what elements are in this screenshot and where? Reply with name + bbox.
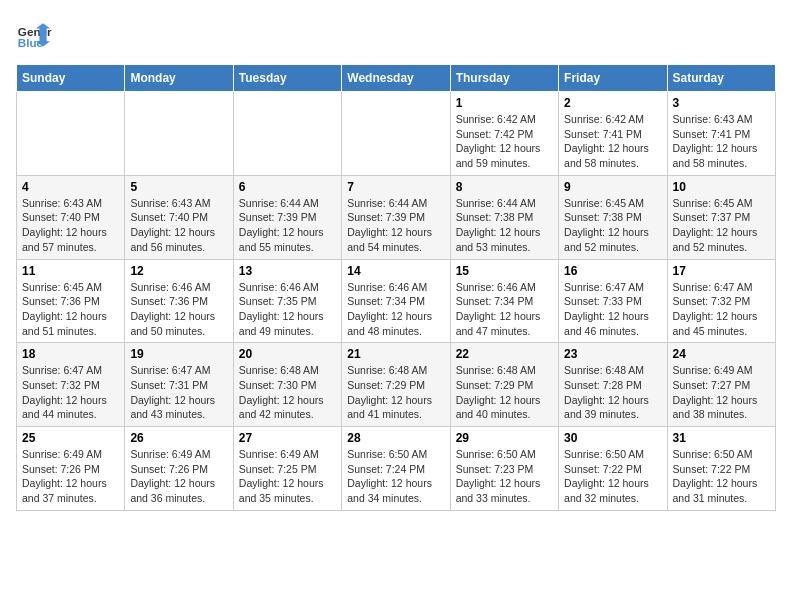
day-info: Sunrise: 6:47 AM Sunset: 7:32 PM Dayligh… <box>22 363 119 422</box>
day-number: 30 <box>564 431 661 445</box>
weekday-header-wednesday: Wednesday <box>342 65 450 92</box>
day-number: 12 <box>130 264 227 278</box>
day-number: 17 <box>673 264 770 278</box>
day-number: 5 <box>130 180 227 194</box>
day-info: Sunrise: 6:47 AM Sunset: 7:33 PM Dayligh… <box>564 280 661 339</box>
calendar-cell: 19Sunrise: 6:47 AM Sunset: 7:31 PM Dayli… <box>125 343 233 427</box>
day-number: 4 <box>22 180 119 194</box>
day-info: Sunrise: 6:48 AM Sunset: 7:28 PM Dayligh… <box>564 363 661 422</box>
calendar-cell: 29Sunrise: 6:50 AM Sunset: 7:23 PM Dayli… <box>450 427 558 511</box>
day-info: Sunrise: 6:46 AM Sunset: 7:34 PM Dayligh… <box>456 280 553 339</box>
calendar-cell: 31Sunrise: 6:50 AM Sunset: 7:22 PM Dayli… <box>667 427 775 511</box>
day-number: 11 <box>22 264 119 278</box>
calendar-week-4: 18Sunrise: 6:47 AM Sunset: 7:32 PM Dayli… <box>17 343 776 427</box>
calendar-cell: 1Sunrise: 6:42 AM Sunset: 7:42 PM Daylig… <box>450 92 558 176</box>
calendar-cell: 13Sunrise: 6:46 AM Sunset: 7:35 PM Dayli… <box>233 259 341 343</box>
weekday-header-tuesday: Tuesday <box>233 65 341 92</box>
calendar-cell <box>233 92 341 176</box>
calendar-cell: 5Sunrise: 6:43 AM Sunset: 7:40 PM Daylig… <box>125 175 233 259</box>
day-number: 2 <box>564 96 661 110</box>
day-number: 10 <box>673 180 770 194</box>
calendar-cell: 7Sunrise: 6:44 AM Sunset: 7:39 PM Daylig… <box>342 175 450 259</box>
day-number: 31 <box>673 431 770 445</box>
day-number: 20 <box>239 347 336 361</box>
day-number: 18 <box>22 347 119 361</box>
weekday-header-thursday: Thursday <box>450 65 558 92</box>
day-info: Sunrise: 6:46 AM Sunset: 7:36 PM Dayligh… <box>130 280 227 339</box>
day-info: Sunrise: 6:45 AM Sunset: 7:37 PM Dayligh… <box>673 196 770 255</box>
day-number: 15 <box>456 264 553 278</box>
day-info: Sunrise: 6:44 AM Sunset: 7:38 PM Dayligh… <box>456 196 553 255</box>
calendar-cell <box>342 92 450 176</box>
day-info: Sunrise: 6:49 AM Sunset: 7:26 PM Dayligh… <box>22 447 119 506</box>
day-info: Sunrise: 6:46 AM Sunset: 7:34 PM Dayligh… <box>347 280 444 339</box>
day-info: Sunrise: 6:44 AM Sunset: 7:39 PM Dayligh… <box>239 196 336 255</box>
day-number: 8 <box>456 180 553 194</box>
day-number: 28 <box>347 431 444 445</box>
calendar-cell: 15Sunrise: 6:46 AM Sunset: 7:34 PM Dayli… <box>450 259 558 343</box>
calendar-cell: 9Sunrise: 6:45 AM Sunset: 7:38 PM Daylig… <box>559 175 667 259</box>
calendar-cell: 27Sunrise: 6:49 AM Sunset: 7:25 PM Dayli… <box>233 427 341 511</box>
page-header: General Blue <box>16 16 776 52</box>
day-info: Sunrise: 6:48 AM Sunset: 7:29 PM Dayligh… <box>347 363 444 422</box>
calendar-cell: 4Sunrise: 6:43 AM Sunset: 7:40 PM Daylig… <box>17 175 125 259</box>
day-number: 13 <box>239 264 336 278</box>
day-info: Sunrise: 6:50 AM Sunset: 7:23 PM Dayligh… <box>456 447 553 506</box>
day-info: Sunrise: 6:49 AM Sunset: 7:26 PM Dayligh… <box>130 447 227 506</box>
logo-icon: General Blue <box>16 16 52 52</box>
day-info: Sunrise: 6:43 AM Sunset: 7:41 PM Dayligh… <box>673 112 770 171</box>
calendar-week-5: 25Sunrise: 6:49 AM Sunset: 7:26 PM Dayli… <box>17 427 776 511</box>
day-number: 19 <box>130 347 227 361</box>
weekday-header-sunday: Sunday <box>17 65 125 92</box>
day-number: 23 <box>564 347 661 361</box>
calendar-cell: 22Sunrise: 6:48 AM Sunset: 7:29 PM Dayli… <box>450 343 558 427</box>
day-info: Sunrise: 6:42 AM Sunset: 7:42 PM Dayligh… <box>456 112 553 171</box>
logo: General Blue <box>16 16 52 52</box>
day-info: Sunrise: 6:47 AM Sunset: 7:32 PM Dayligh… <box>673 280 770 339</box>
day-number: 25 <box>22 431 119 445</box>
calendar-cell: 28Sunrise: 6:50 AM Sunset: 7:24 PM Dayli… <box>342 427 450 511</box>
day-number: 9 <box>564 180 661 194</box>
calendar-cell: 30Sunrise: 6:50 AM Sunset: 7:22 PM Dayli… <box>559 427 667 511</box>
calendar-cell: 18Sunrise: 6:47 AM Sunset: 7:32 PM Dayli… <box>17 343 125 427</box>
day-number: 27 <box>239 431 336 445</box>
day-info: Sunrise: 6:42 AM Sunset: 7:41 PM Dayligh… <box>564 112 661 171</box>
calendar-cell: 16Sunrise: 6:47 AM Sunset: 7:33 PM Dayli… <box>559 259 667 343</box>
calendar-cell: 11Sunrise: 6:45 AM Sunset: 7:36 PM Dayli… <box>17 259 125 343</box>
day-number: 7 <box>347 180 444 194</box>
calendar-cell: 17Sunrise: 6:47 AM Sunset: 7:32 PM Dayli… <box>667 259 775 343</box>
calendar-cell: 2Sunrise: 6:42 AM Sunset: 7:41 PM Daylig… <box>559 92 667 176</box>
calendar-cell: 6Sunrise: 6:44 AM Sunset: 7:39 PM Daylig… <box>233 175 341 259</box>
calendar-week-3: 11Sunrise: 6:45 AM Sunset: 7:36 PM Dayli… <box>17 259 776 343</box>
calendar-cell: 24Sunrise: 6:49 AM Sunset: 7:27 PM Dayli… <box>667 343 775 427</box>
calendar-cell: 3Sunrise: 6:43 AM Sunset: 7:41 PM Daylig… <box>667 92 775 176</box>
calendar-table: SundayMondayTuesdayWednesdayThursdayFrid… <box>16 64 776 511</box>
calendar-cell: 26Sunrise: 6:49 AM Sunset: 7:26 PM Dayli… <box>125 427 233 511</box>
calendar-week-2: 4Sunrise: 6:43 AM Sunset: 7:40 PM Daylig… <box>17 175 776 259</box>
weekday-header-saturday: Saturday <box>667 65 775 92</box>
day-info: Sunrise: 6:45 AM Sunset: 7:38 PM Dayligh… <box>564 196 661 255</box>
calendar-week-1: 1Sunrise: 6:42 AM Sunset: 7:42 PM Daylig… <box>17 92 776 176</box>
day-number: 6 <box>239 180 336 194</box>
day-info: Sunrise: 6:48 AM Sunset: 7:29 PM Dayligh… <box>456 363 553 422</box>
day-number: 22 <box>456 347 553 361</box>
weekday-header-friday: Friday <box>559 65 667 92</box>
day-info: Sunrise: 6:43 AM Sunset: 7:40 PM Dayligh… <box>22 196 119 255</box>
day-number: 1 <box>456 96 553 110</box>
day-info: Sunrise: 6:50 AM Sunset: 7:22 PM Dayligh… <box>564 447 661 506</box>
day-info: Sunrise: 6:44 AM Sunset: 7:39 PM Dayligh… <box>347 196 444 255</box>
day-info: Sunrise: 6:43 AM Sunset: 7:40 PM Dayligh… <box>130 196 227 255</box>
calendar-cell: 8Sunrise: 6:44 AM Sunset: 7:38 PM Daylig… <box>450 175 558 259</box>
day-info: Sunrise: 6:50 AM Sunset: 7:22 PM Dayligh… <box>673 447 770 506</box>
calendar-cell: 25Sunrise: 6:49 AM Sunset: 7:26 PM Dayli… <box>17 427 125 511</box>
calendar-cell <box>17 92 125 176</box>
weekday-header-monday: Monday <box>125 65 233 92</box>
day-number: 3 <box>673 96 770 110</box>
day-info: Sunrise: 6:49 AM Sunset: 7:27 PM Dayligh… <box>673 363 770 422</box>
calendar-cell: 10Sunrise: 6:45 AM Sunset: 7:37 PM Dayli… <box>667 175 775 259</box>
day-info: Sunrise: 6:48 AM Sunset: 7:30 PM Dayligh… <box>239 363 336 422</box>
day-info: Sunrise: 6:46 AM Sunset: 7:35 PM Dayligh… <box>239 280 336 339</box>
day-info: Sunrise: 6:50 AM Sunset: 7:24 PM Dayligh… <box>347 447 444 506</box>
calendar-cell <box>125 92 233 176</box>
day-number: 26 <box>130 431 227 445</box>
